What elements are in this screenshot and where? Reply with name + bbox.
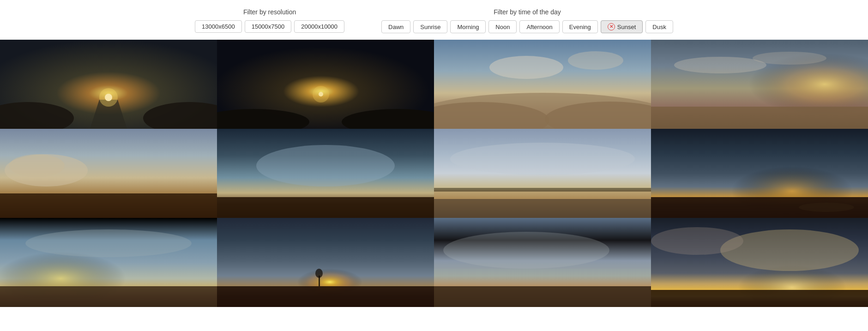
svg-point-50 [443, 232, 609, 269]
svg-point-54 [720, 229, 859, 271]
panorama-image-2-3 [434, 129, 651, 218]
grid-cell-2-2[interactable] [217, 129, 434, 218]
svg-point-22 [753, 52, 826, 65]
svg-point-47 [315, 269, 323, 278]
panorama-svg-1-3 [434, 40, 651, 129]
panorama-svg-2-4 [651, 129, 868, 218]
resolution-filter-13000[interactable]: 13000x6500 [195, 20, 242, 33]
resolution-filter-buttons: 13000x6500 15000x7500 20000x10000 [195, 20, 344, 33]
svg-point-55 [651, 227, 743, 255]
panorama-svg-2-3 [434, 129, 651, 218]
panorama-image-2-2 [217, 129, 434, 218]
filter-afternoon[interactable]: Afternoon [519, 20, 559, 33]
svg-point-16 [489, 56, 563, 79]
filter-sunset-label: Sunset [617, 24, 636, 30]
page-container: Filter by resolution 13000x6500 15000x75… [0, 0, 868, 307]
panorama-svg-3-4 [651, 218, 868, 307]
panorama-image-3-2 [217, 218, 434, 307]
panorama-image-3-4 [651, 218, 868, 307]
resolution-filter-15000[interactable]: 15000x7500 [245, 20, 292, 33]
timeofday-filter-buttons: Dawn Sunrise Morning Noon Afternoon Even… [381, 20, 673, 33]
panorama-svg-3-1 [0, 218, 217, 307]
svg-rect-24 [0, 193, 217, 218]
panorama-image-1-1 [0, 40, 217, 129]
svg-point-5 [99, 88, 118, 107]
panorama-svg-2-1 [0, 129, 217, 218]
panorama-svg-2-2 [217, 129, 434, 218]
timeofday-filter-label: Filter by time of the day [494, 8, 561, 16]
svg-rect-28 [217, 197, 434, 218]
svg-rect-45 [217, 286, 434, 307]
panorama-image-3-3 [434, 218, 651, 307]
panorama-image-1-4 [651, 40, 868, 129]
panorama-grid [0, 40, 868, 307]
panorama-image-1-3 [434, 40, 651, 129]
svg-rect-20 [651, 107, 868, 129]
filter-evening[interactable]: Evening [562, 20, 598, 33]
filter-noon[interactable]: Noon [488, 20, 517, 33]
svg-point-41 [25, 229, 192, 257]
resolution-filter-label: Filter by resolution [243, 8, 296, 16]
panorama-image-3-1 [0, 218, 217, 307]
filter-morning[interactable]: Morning [450, 20, 486, 33]
grid-cell-1-4[interactable] [651, 40, 868, 129]
filter-sunrise[interactable]: Sunrise [413, 20, 447, 33]
timeofday-filter-group: Filter by time of the day Dawn Sunrise M… [381, 8, 673, 33]
svg-point-17 [568, 51, 623, 70]
grid-cell-1-3[interactable] [434, 40, 651, 129]
panorama-svg-3-2 [217, 218, 434, 307]
filter-dawn[interactable]: Dawn [381, 20, 410, 33]
panorama-svg-1-2 [217, 40, 434, 129]
grid-cell-3-3[interactable] [434, 218, 651, 307]
svg-point-11 [313, 86, 329, 102]
svg-point-29 [256, 145, 395, 187]
grid-cell-3-1[interactable] [0, 218, 217, 307]
grid-cell-1-1[interactable] [0, 40, 217, 129]
panorama-svg-1-1 [0, 40, 217, 129]
grid-cell-2-3[interactable] [434, 129, 651, 218]
filter-sunset[interactable]: ✕ Sunset [601, 20, 643, 33]
svg-rect-42 [0, 286, 217, 307]
grid-cell-1-2[interactable] [217, 40, 434, 129]
svg-point-26 [9, 154, 65, 177]
filter-dusk[interactable]: Dusk [645, 20, 673, 33]
svg-point-34 [450, 143, 635, 175]
svg-rect-51 [434, 286, 651, 307]
resolution-filter-group: Filter by resolution 13000x6500 15000x75… [195, 8, 344, 33]
svg-rect-33 [434, 188, 651, 192]
grid-cell-3-4[interactable] [651, 218, 868, 307]
close-icon: ✕ [608, 23, 615, 30]
grid-cell-3-2[interactable] [217, 218, 434, 307]
grid-cell-2-4[interactable] [651, 129, 868, 218]
panorama-image-2-4 [651, 129, 868, 218]
svg-point-38 [799, 203, 854, 212]
panorama-image-1-2 [217, 40, 434, 129]
svg-rect-32 [434, 199, 651, 218]
panorama-image-2-1 [0, 129, 217, 218]
svg-rect-56 [651, 290, 868, 307]
panorama-svg-3-3 [434, 218, 651, 307]
grid-cell-2-1[interactable] [0, 129, 217, 218]
panorama-svg-1-4 [651, 40, 868, 129]
svg-point-21 [674, 57, 766, 73]
resolution-filter-20000[interactable]: 20000x10000 [294, 20, 344, 33]
filters-bar: Filter by resolution 13000x6500 15000x75… [0, 0, 868, 40]
